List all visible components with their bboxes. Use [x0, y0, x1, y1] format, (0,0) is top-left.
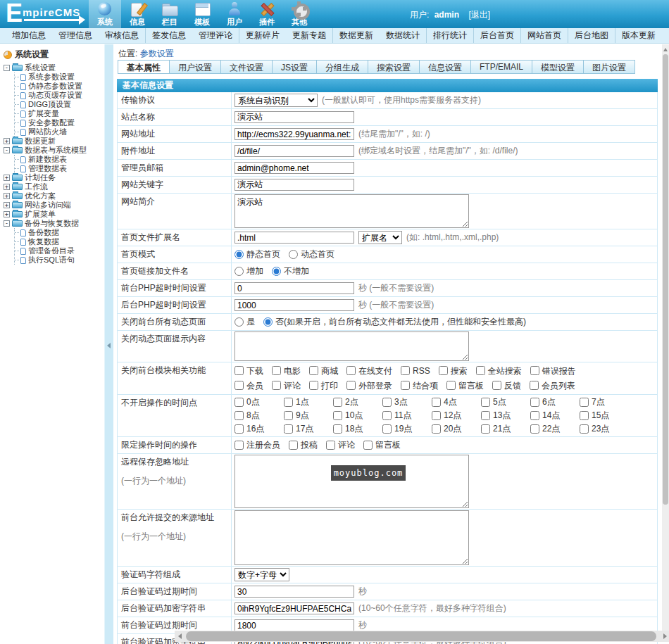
hour-checkbox[interactable]: 21点 [481, 422, 530, 436]
hour-checkbox[interactable]: 17点 [284, 422, 333, 436]
close-dynamic-no-radio[interactable]: 否(如果开启，前台所有动态文件都无法使用，但性能和安全性最高) [263, 315, 526, 329]
tab[interactable]: 模型设置 [532, 60, 584, 74]
hour-checkbox[interactable]: 10点 [333, 409, 382, 422]
limit-op-checkbox[interactable]: 注册会员 [235, 438, 280, 452]
static-index-radio[interactable]: 静态首页 [235, 248, 280, 261]
tree-leaf[interactable]: 执行SQL语句 [15, 255, 104, 265]
sidebar-splitter[interactable] [104, 44, 113, 644]
tab[interactable]: FTP/EMAIL [470, 60, 532, 74]
menu-item[interactable]: 签发信息 [146, 28, 192, 43]
back-key-time-input[interactable] [235, 586, 354, 598]
collapse-icon[interactable] [4, 147, 10, 153]
dynamic-index-radio[interactable]: 动态首页 [289, 248, 334, 261]
module-checkbox[interactable]: RSS [401, 364, 430, 377]
tab[interactable]: 搜索设置 [368, 60, 420, 74]
hour-checkbox[interactable]: 3点 [382, 396, 432, 409]
tab[interactable]: 基本属性 [118, 60, 170, 74]
tab[interactable]: 文件设置 [220, 60, 273, 74]
fileurl-input[interactable] [235, 145, 354, 157]
hour-checkbox[interactable]: 23点 [580, 422, 629, 436]
hour-checkbox[interactable]: 5点 [481, 396, 530, 409]
ext-select[interactable]: 扩展名 [358, 231, 402, 244]
topnav-system[interactable]: 系统 [89, 0, 121, 28]
tab[interactable]: 用户设置 [169, 60, 221, 74]
expand-icon[interactable] [4, 211, 10, 217]
module-checkbox[interactable]: 打印 [309, 379, 338, 392]
menu-item[interactable]: 版本更新 [615, 28, 662, 43]
limit-op-checkbox[interactable]: 投稿 [289, 438, 318, 452]
menu-item[interactable]: 更新碎片 [239, 28, 286, 43]
vertical-scroll-thumb[interactable] [663, 54, 668, 505]
site-intro-textarea[interactable]: 演示站 [235, 194, 469, 228]
module-checkbox[interactable]: 下载 [235, 364, 263, 377]
module-checkbox[interactable]: 全站搜索 [476, 364, 522, 377]
hour-checkbox[interactable]: 12点 [432, 409, 481, 422]
add-filename-radio[interactable]: 增加 [235, 265, 263, 278]
tree-folder-cron[interactable]: 计划任务 [4, 173, 104, 182]
limit-op-checkbox[interactable]: 留言板 [363, 438, 401, 452]
admin-email-input[interactable] [235, 162, 354, 174]
key-char-select[interactable]: 数字+字母 [235, 568, 289, 581]
tab[interactable]: 信息设置 [419, 60, 471, 74]
hour-checkbox[interactable]: 7点 [580, 396, 629, 409]
ignore-url-textarea[interactable] [235, 455, 469, 508]
module-checkbox[interactable]: 外部登录 [346, 379, 392, 392]
topnav-user[interactable]: 用户 [218, 0, 251, 28]
collapse-icon[interactable] [4, 65, 10, 71]
front-key-time-input[interactable] [235, 619, 354, 631]
no-add-filename-radio[interactable]: 不增加 [272, 265, 309, 278]
limit-op-checkbox[interactable]: 评论 [326, 438, 355, 452]
hour-checkbox[interactable]: 9点 [284, 409, 333, 422]
hour-checkbox[interactable]: 13点 [481, 409, 530, 422]
module-checkbox[interactable]: 搜索 [439, 364, 468, 377]
hour-checkbox[interactable]: 2点 [333, 396, 382, 409]
menu-item[interactable]: 更新专题 [286, 28, 333, 43]
menu-item[interactable]: 数据更新 [333, 28, 380, 43]
logout-link[interactable]: [退出] [468, 10, 490, 20]
menu-item[interactable]: 排行统计 [427, 28, 474, 43]
expand-icon[interactable] [4, 184, 10, 190]
index-ext-input[interactable] [235, 232, 354, 244]
menu-item[interactable]: 数据统计 [380, 28, 427, 43]
hour-checkbox[interactable]: 20点 [432, 422, 481, 436]
hour-checkbox[interactable]: 6点 [530, 396, 580, 409]
from-url-textarea[interactable] [235, 510, 469, 565]
tab[interactable]: 图片设置 [583, 60, 635, 74]
module-checkbox[interactable]: 错误报告 [530, 364, 576, 377]
keywords-input[interactable] [235, 179, 354, 191]
expand-icon[interactable] [4, 138, 10, 144]
hour-checkbox[interactable]: 22点 [530, 422, 580, 436]
back-key-string-input[interactable] [235, 602, 354, 614]
module-checkbox[interactable]: 会员列表 [530, 379, 575, 392]
vertical-scrollbar[interactable] [662, 44, 669, 631]
scroll-left-icon[interactable] [178, 633, 182, 639]
tab[interactable]: JS设置 [272, 60, 317, 74]
module-checkbox[interactable]: 评论 [272, 379, 301, 392]
scroll-right-icon[interactable] [663, 633, 667, 639]
expand-icon[interactable] [4, 202, 10, 208]
breadcrumb-link[interactable]: 参数设置 [140, 49, 174, 58]
menu-item[interactable]: 管理信息 [52, 28, 99, 43]
menu-item[interactable]: 管理评论 [192, 28, 239, 43]
module-checkbox[interactable]: 反馈 [492, 379, 521, 392]
module-checkbox[interactable]: 留言板 [446, 379, 484, 392]
hour-checkbox[interactable]: 4点 [432, 396, 481, 409]
protocol-select[interactable]: 系统自动识别 [235, 94, 318, 107]
topnav-other[interactable]: 其他 [283, 0, 315, 28]
scroll-up-icon[interactable] [663, 48, 668, 51]
hour-checkbox[interactable]: 18点 [333, 422, 382, 436]
topnav-info[interactable]: 信息 [121, 0, 154, 28]
menu-item[interactable]: 增加信息 [6, 28, 52, 43]
expand-icon[interactable] [4, 193, 10, 199]
module-checkbox[interactable]: 电影 [272, 364, 301, 377]
hour-checkbox[interactable]: 14点 [530, 409, 580, 422]
collapse-icon[interactable] [4, 220, 10, 227]
hour-checkbox[interactable]: 15点 [580, 409, 629, 422]
menu-item[interactable]: 后台地图 [568, 28, 615, 43]
hour-checkbox[interactable]: 19点 [382, 422, 432, 436]
expand-icon[interactable] [4, 175, 10, 181]
module-checkbox[interactable]: 结合项 [401, 379, 438, 392]
menu-item[interactable]: 后台首页 [474, 28, 521, 43]
hour-checkbox[interactable]: 11点 [382, 409, 432, 422]
topnav-plugin[interactable]: 插件 [251, 0, 283, 28]
